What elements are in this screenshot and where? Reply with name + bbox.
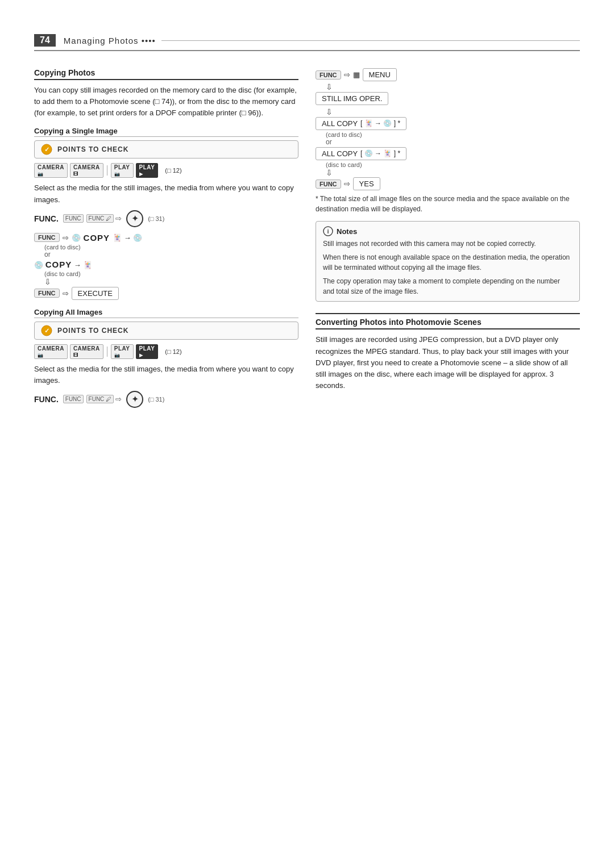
all-copy-card-disc-row: ALL COPY [ 🃏 → 💿 ] *	[316, 117, 580, 130]
all-copy-card-box: ALL COPY [ 🃏 → 💿 ] *	[316, 117, 406, 130]
func-joystick-all: FUNC. FUNC FUNC 🖊 ⇨ ✦ (□ 31)	[34, 391, 298, 408]
copy-card-disc-row: FUNC ⇨ 💿 COPY 🃏 → 💿	[34, 233, 298, 243]
converting-heading: Converting Photos into Photomovie Scenes	[316, 318, 580, 329]
card-disc-sub: (card to disc)	[44, 244, 298, 251]
badge-play3: PLAY📷	[111, 344, 134, 359]
func-key-exec: FUNC	[34, 289, 60, 298]
info-icon: i	[323, 226, 333, 236]
or-label-1: or	[44, 251, 298, 258]
func-small-icons-all: FUNC FUNC 🖊 ⇨	[63, 395, 122, 403]
header-line	[161, 40, 580, 41]
card-icon-2: 💿	[34, 261, 43, 269]
single-page-ref2: (□ 31)	[148, 215, 164, 222]
still-img-oper-box: STILL IMG OPER.	[316, 92, 388, 105]
yes-box: YES	[353, 177, 380, 190]
converting-divider	[316, 313, 580, 314]
disc-arrow-card: [ 💿 → 🃏 ] *	[360, 149, 400, 157]
all-copy-disc-label: ALL COPY	[322, 149, 358, 158]
execute-row: FUNC ⇨ EXECUTE	[34, 287, 298, 300]
page-container: 74 Managing Photos •••• Copying Photos Y…	[0, 0, 614, 868]
all-copy-disc-box: ALL COPY [ 💿 → 🃏 ] *	[316, 147, 406, 160]
menu-label: MENU	[369, 70, 391, 79]
points-check-box-all: ✓ POINTS TO CHECK	[34, 322, 298, 340]
func-key-1: FUNC	[34, 233, 60, 242]
menu-row: FUNC ⇨ ▦ MENU	[316, 68, 580, 81]
joystick-icon-all: ✦	[126, 391, 143, 408]
menu-flow: FUNC ⇨ ▦ MENU ⇩ STILL IMG OPER. ⇩ ALL CO…	[316, 68, 580, 214]
badge-camera2: CAMERA🎞	[70, 163, 103, 178]
points-check-box-single: ✓ POINTS TO CHECK	[34, 140, 298, 158]
copy-label-2: COPY	[45, 260, 72, 269]
yes-row: FUNC ⇨ YES	[316, 177, 580, 190]
still-img-oper-label: STILL IMG OPER.	[322, 94, 382, 103]
points-check-label-single: POINTS TO CHECK	[57, 145, 128, 153]
disc-card-icon: → 🃏	[74, 261, 93, 269]
copying-photos-body: You can copy still images recorded on th…	[34, 85, 298, 119]
badge-sep	[107, 165, 107, 176]
notes-header: i Notes	[323, 226, 572, 236]
func-label-all: FUNC.	[34, 395, 59, 404]
func-small-icons-single: FUNC FUNC 🖊 ⇨	[63, 214, 122, 223]
notes-title: Notes	[337, 227, 357, 236]
copy-disc-card-row: 💿 COPY → 🃏	[34, 260, 298, 269]
badge-camera4: CAMERA🎞	[70, 344, 103, 359]
points-check-icon-all: ✓	[40, 324, 53, 337]
mode-badges-row-single: CAMERA📷 CAMERA🎞 PLAY📷 PLAY▶ (□ 12)	[34, 163, 298, 178]
arrow-exec: ⇨	[63, 289, 69, 298]
execute-label: EXECUTE	[78, 289, 113, 298]
arrow-menu: ⇨	[344, 70, 350, 79]
copying-photos-heading: Copying Photos	[34, 68, 298, 80]
all-copy-card-label: ALL COPY	[322, 119, 358, 128]
two-col-layout: Copying Photos You can copy still images…	[34, 68, 580, 412]
all-images-heading: Copying All Images	[34, 308, 298, 318]
badge-play1: PLAY📷	[111, 163, 134, 178]
func-joystick-single: FUNC. FUNC FUNC 🖊 ⇨ ✦ (□ 31)	[34, 210, 298, 227]
notes-text3: The copy operation may take a moment to …	[323, 276, 572, 297]
asterisk-note: * The total size of all image files on t…	[316, 194, 580, 214]
all-disc-card-sub: (disc to card)	[326, 161, 580, 168]
func-key-menu: FUNC	[316, 70, 341, 80]
badge-sep2	[107, 347, 107, 357]
page-title: Managing Photos ••••	[64, 36, 156, 45]
func-key-yes: FUNC	[316, 180, 341, 189]
svg-text:✓: ✓	[44, 146, 49, 153]
disc-card-sub: (disc to card)	[44, 270, 298, 277]
badge-play4-dark: PLAY▶	[136, 344, 159, 359]
menu-box: MENU	[363, 68, 397, 81]
yes-label: YES	[359, 180, 374, 188]
down-arrow-still: ⇩	[326, 107, 580, 117]
badge-camera3: CAMERA📷	[34, 344, 68, 359]
arrow-1: ⇨	[63, 233, 69, 242]
func-copy-card-disc: FUNC ⇨ 💿 COPY 🃏 → 💿 (card to disc) or 💿 …	[34, 233, 298, 300]
badge-play2-dark: PLAY▶	[136, 163, 159, 178]
card-arrow-disc: [ 🃏 → 💿 ] *	[360, 119, 400, 127]
joystick-icon-single: ✦	[126, 210, 143, 227]
all-copy-disc-card-row: ALL COPY [ 💿 → 🃏 ] *	[316, 147, 580, 160]
disc-icon-1: 💿	[72, 233, 81, 242]
down-arrow-yes: ⇩	[326, 168, 580, 178]
notes-text2: When there is not enough available space…	[323, 252, 572, 273]
single-image-heading: Copying a Single Image	[34, 127, 298, 137]
func-label-single: FUNC.	[34, 214, 59, 223]
down-arrow-menu: ⇩	[326, 82, 580, 92]
or-label-right: or	[326, 138, 580, 146]
all-select-text: Select as the media for the still images…	[34, 364, 298, 386]
down-arrow-1: ⇩	[44, 277, 298, 287]
execute-box: EXECUTE	[72, 287, 119, 300]
copy-label-1: COPY	[84, 233, 110, 243]
notes-box: i Notes Still images not recorded with t…	[316, 221, 580, 302]
single-page-ref: (□ 12)	[165, 167, 181, 174]
page-number: 74	[34, 34, 56, 47]
all-page-ref: (□ 12)	[165, 348, 181, 355]
page-header: 74 Managing Photos ••••	[34, 34, 580, 51]
right-column: FUNC ⇨ ▦ MENU ⇩ STILL IMG OPER. ⇩ ALL CO…	[316, 68, 580, 412]
svg-text:✓: ✓	[44, 327, 49, 334]
single-select-text: Select as the media for the still images…	[34, 182, 298, 205]
menu-icon: ▦	[353, 70, 360, 79]
mode-badges-row-all: CAMERA📷 CAMERA🎞 PLAY📷 PLAY▶ (□ 12)	[34, 344, 298, 359]
points-check-icon: ✓	[40, 143, 53, 156]
card-icon-1: 🃏 → 💿	[113, 233, 142, 242]
all-page-ref2: (□ 31)	[148, 396, 164, 403]
left-column: Copying Photos You can copy still images…	[34, 68, 298, 412]
notes-text1: Still images not recorded with this came…	[323, 239, 572, 249]
